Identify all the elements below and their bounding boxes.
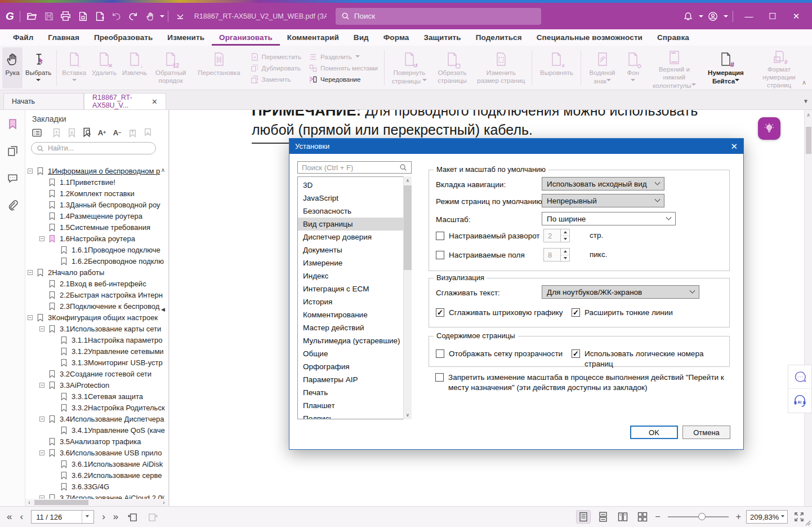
zoom-in-button[interactable]: + (736, 512, 741, 522)
bookmark-item[interactable]: − 3.3.2Настройка Родительск (25, 402, 168, 413)
open-file-icon[interactable] (24, 8, 41, 25)
single-page-view-button[interactable] (576, 510, 591, 524)
feedback-chat-button[interactable] (788, 365, 811, 389)
search-box[interactable]: Поиск (336, 8, 541, 25)
spin-down-icon[interactable] (561, 236, 569, 242)
previous-page-button[interactable]: ‹ (20, 511, 23, 522)
category-item[interactable]: 3D (298, 179, 411, 192)
bookmark-item[interactable]: − 1.6Настройка роутера (25, 233, 168, 244)
collapse-toggle-icon[interactable]: − (28, 315, 33, 320)
close-button[interactable]: ✕ (785, 7, 807, 25)
bookmark-item[interactable]: − 1.6.1Проводное подключе (25, 244, 168, 255)
page-mode-select[interactable]: Непрерывный (542, 194, 664, 207)
spread-count-spinner[interactable]: 2 (543, 229, 570, 242)
category-item[interactable]: Мастер действий (298, 321, 411, 334)
duplicate-pages-button[interactable]: Дублировать (251, 64, 301, 72)
comments-panel-icon[interactable] (6, 172, 19, 184)
zoom-slider-knob[interactable] (698, 513, 706, 520)
enhance-thin-lines-checkbox[interactable]: Расширить тонкие линии (572, 308, 673, 318)
bookmark-item[interactable]: − 3.1.3Мониторинг USB-устр (25, 357, 168, 368)
scrollbar-thumb[interactable] (34, 500, 88, 505)
ribbon-tab[interactable]: Изменить (160, 29, 212, 46)
ok-button[interactable]: OK (630, 426, 678, 439)
ribbon-tab[interactable]: Преобразовать (87, 29, 160, 46)
search-bookmark-icon[interactable] (81, 127, 92, 138)
scroll-down-icon[interactable]: ∨ (404, 413, 412, 418)
scrollbar-thumb[interactable] (404, 185, 412, 270)
bookmarks-horizontal-scrollbar[interactable]: ‹ › (25, 499, 168, 506)
bookmark-item[interactable]: − 2.2Быстрая настройка Интерн (25, 289, 168, 300)
category-item[interactable]: Мультимедиа (устаревшие) (298, 334, 411, 347)
ai-assistant-button[interactable]: AI (788, 389, 811, 413)
next-page-button[interactable]: › (102, 511, 105, 522)
custom-margins-checkbox[interactable]: Настраиваемые поля (436, 250, 525, 260)
extract-pages-button[interactable]: ↓ Извлечь (119, 47, 150, 88)
resize-grip[interactable] (803, 518, 811, 526)
category-item[interactable]: Параметры AIP (298, 373, 411, 386)
ribbon-tab[interactable]: Вид (346, 29, 376, 46)
bookmark-item[interactable]: − 3.1Использование карты сети (25, 323, 168, 334)
logical-page-numbers-checkbox[interactable]: Использовать логические номера страниц (572, 349, 729, 369)
ribbon-tab[interactable]: Файл (6, 29, 41, 46)
move-bookmark-up-icon[interactable] (127, 127, 138, 138)
category-item[interactable]: Орфография (298, 360, 411, 373)
custom-spread-checkbox[interactable]: Настраиваемый разворот (436, 231, 540, 241)
ribbon-tab[interactable]: Главная (41, 29, 87, 46)
dialog-search-input[interactable]: Поиск (Ctrl + F) (297, 161, 412, 174)
pages-panel-icon[interactable] (6, 145, 19, 157)
move-bookmark-down-icon[interactable] (142, 127, 153, 138)
ribbon-tab[interactable]: Форма (376, 29, 417, 46)
category-item[interactable]: Интеграция с ECM (298, 282, 411, 295)
undo-icon[interactable] (108, 8, 125, 25)
scrollbar-thumb[interactable] (806, 127, 811, 154)
bookmark-item[interactable]: − 3.6.33G/4G (25, 481, 168, 492)
collapse-toggle-icon[interactable]: − (28, 169, 33, 174)
redo-icon[interactable] (125, 8, 142, 25)
watermark-button[interactable]: Водяной знак (583, 47, 621, 88)
grid-view-button[interactable] (635, 510, 650, 524)
smooth-text-select[interactable]: Для ноутбуков/ЖК-экранов (542, 285, 699, 299)
facing-view-button[interactable] (615, 510, 630, 524)
new-document-icon[interactable] (91, 8, 108, 25)
zoom-slider[interactable] (668, 516, 729, 517)
delete-bookmark-icon[interactable] (66, 127, 77, 138)
category-item[interactable]: JavaScript (298, 192, 411, 205)
bookmark-item[interactable]: − 2Начало работы (25, 267, 168, 278)
category-item[interactable]: Вид страницы (298, 218, 411, 231)
interleave-button[interactable]: Чередование (309, 76, 378, 83)
bookmark-item[interactable]: − 3.6Использование USB прило (25, 447, 168, 458)
transparency-grid-checkbox[interactable]: Отображать сетку прозрачности (436, 349, 563, 359)
dialog-titlebar[interactable]: Установки ✕ (289, 139, 743, 154)
zoom-select[interactable]: По ширине (542, 212, 676, 225)
category-item[interactable]: Диспетчер доверия (298, 231, 411, 243)
panel-collapse-icon[interactable]: ◀ (161, 305, 167, 314)
category-item[interactable]: Планшет (298, 399, 411, 412)
print-icon[interactable] (57, 8, 74, 25)
bookmark-item[interactable]: − 2.3Подключение к беспровод (25, 300, 168, 312)
bookmark-item[interactable]: − 3.1.2Управление сетевыми (25, 346, 168, 357)
next-view-button[interactable] (146, 511, 159, 523)
swap-pages-button[interactable]: Поменять местами (309, 64, 378, 72)
ribbon-tab[interactable]: Организовать (212, 29, 280, 46)
ribbon-tab[interactable]: Справка (650, 29, 697, 46)
collapse-toggle-icon[interactable]: − (39, 417, 44, 422)
margin-size-spinner[interactable]: 8 (543, 248, 570, 262)
notifications-caret-icon[interactable] (699, 15, 703, 20)
category-item[interactable]: Подпись (298, 412, 411, 419)
split-button[interactable]: Разделить (309, 53, 378, 61)
bookmarks-panel-icon[interactable] (6, 118, 19, 130)
page-number-input[interactable]: 11 / 126 (31, 510, 94, 524)
bookmark-item[interactable]: − 3.3.1Сетевая защита (25, 391, 168, 402)
collapse-toggle-icon[interactable]: − (28, 270, 33, 275)
ribbon-tab[interactable]: Специальные возможности (529, 29, 650, 46)
dialog-close-icon[interactable]: ✕ (722, 141, 738, 152)
tab-list-caret-icon[interactable]: ▼ (803, 98, 809, 104)
category-item[interactable]: Комментирование (298, 308, 411, 321)
scroll-up-icon[interactable]: ∧ (805, 112, 812, 118)
zoom-level-input[interactable]: 209,83% (746, 510, 788, 524)
scroll-left-icon[interactable]: ‹ (25, 499, 33, 506)
bookmark-item[interactable]: − 3.5Анализатор трафика (25, 436, 168, 447)
smooth-line-art-checkbox[interactable]: Сглаживать штриховую графику (436, 308, 563, 318)
ribbon-tab[interactable]: Защитить (416, 29, 468, 46)
collapse-toggle-icon[interactable]: − (39, 326, 44, 331)
